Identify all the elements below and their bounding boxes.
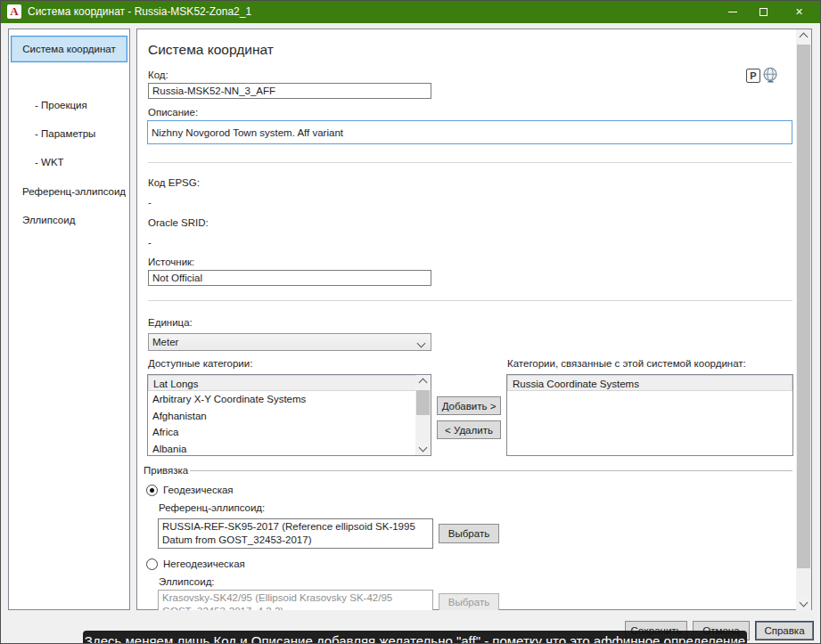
linked-categories-label: Категории, связанные с этой системой коо… (507, 358, 746, 369)
scroll-up-button[interactable] (415, 375, 431, 390)
scroll-up-button[interactable] (796, 29, 811, 45)
chevron-down-icon (419, 444, 428, 452)
non-geodetic-label[interactable]: Негеодезическая (163, 558, 245, 569)
minimize-icon (728, 12, 737, 12)
choose-ref-ellipsoid-button[interactable]: Выбрать (439, 524, 499, 543)
epsg-label: Код EPSG: (148, 177, 200, 188)
list-item[interactable]: Afghanistan (148, 408, 431, 424)
scroll-down-button[interactable] (415, 440, 431, 455)
close-button[interactable]: × (784, 1, 815, 23)
group-divider (190, 470, 792, 471)
ellipsoid-input: Krasovsky-SK42/95 (Ellipsoid Krasovsky S… (158, 590, 433, 610)
unit-label: Единица: (148, 317, 193, 328)
list-item[interactable]: Lat Longs (148, 375, 431, 391)
list-item[interactable]: Africa (148, 424, 431, 440)
remove-category-button[interactable]: < Удалить (437, 420, 501, 439)
linked-categories-list: Russia Coordinate Systems (506, 374, 793, 456)
sidebar-item-coordinate-system[interactable]: Система координат (11, 36, 127, 62)
oracle-srid-value: - (148, 237, 152, 248)
sidebar-item-wkt[interactable]: - WKT (35, 157, 64, 167)
projected-cs-icon[interactable]: P (746, 69, 760, 83)
separator (148, 162, 792, 163)
globe-icon[interactable] (762, 67, 779, 84)
description-input[interactable]: Nizhny Novgorod Town system. Aff variant (147, 120, 792, 144)
chevron-down-icon (417, 339, 426, 348)
oracle-srid-label: Oracle SRID: (148, 217, 209, 228)
unit-select[interactable]: Meter (148, 333, 431, 351)
sidebar-item-parameters[interactable]: - Параметры (35, 128, 95, 139)
source-input[interactable]: Not Official (148, 270, 431, 286)
choose-ellipsoid-button: Выбрать (439, 593, 499, 610)
chevron-up-icon (419, 379, 428, 387)
separator (148, 300, 792, 301)
add-category-button[interactable]: Добавить > (437, 396, 501, 415)
list-item[interactable]: Arbitrary X-Y Coordinate Systems (148, 391, 431, 407)
caption-overlay: Здесь меняем лишь Код и Описание добавля… (83, 631, 747, 644)
coordinate-system-dialog: A Система координат - Russia-MSK52-Zona2… (0, 0, 821, 644)
app-icon: A (7, 4, 21, 19)
chevron-down-icon (800, 599, 809, 607)
ref-ellipsoid-label: Референц-эллипсоид: (159, 502, 265, 513)
binding-group-label: Привязка (144, 465, 188, 476)
scroll-thumb[interactable] (416, 390, 430, 415)
epsg-value: - (148, 197, 152, 208)
geodetic-label[interactable]: Геодезическая (163, 485, 234, 495)
code-input[interactable]: Russia-MSK52-NN_3_AFF (148, 83, 431, 99)
ref-ellipsoid-input[interactable]: RUSSIA-REF-SK95-2017 (Reference ellipsoi… (158, 518, 433, 549)
help-button[interactable]: Справка (755, 621, 814, 640)
caption-text: Здесь меняем лишь Код и Описание добавля… (85, 633, 745, 644)
close-icon: × (795, 1, 802, 23)
unit-select-value: Meter (152, 337, 178, 347)
maximize-button[interactable] (748, 1, 779, 23)
list-item[interactable]: Russia Coordinate Systems (507, 375, 792, 391)
sidebar-item-reference-ellipsoid[interactable]: Референц-эллипсоид (22, 186, 126, 197)
maximize-icon (759, 8, 768, 16)
available-categories-label: Доступные категории: (148, 358, 252, 369)
available-categories-list: Lat Longs Arbitrary X-Y Coordinate Syste… (147, 374, 431, 456)
sidebar-item-projection[interactable]: - Проекция (35, 100, 87, 110)
code-label: Код: (148, 69, 168, 80)
main-scrollbar[interactable] (796, 29, 811, 610)
source-label: Источник: (148, 257, 194, 267)
list-scrollbar[interactable] (415, 375, 431, 455)
sidebar: Система координат - Проекция - Параметры… (8, 29, 130, 610)
non-geodetic-radio[interactable] (146, 558, 158, 570)
list-item[interactable]: Albania (148, 441, 431, 456)
ellipsoid-label: Эллипсоид: (159, 576, 215, 587)
window-title: Система координат - Russia-MSK52-Zona2_1 (28, 1, 251, 23)
scroll-down-button[interactable] (796, 595, 811, 610)
description-label: Описание: (148, 107, 198, 118)
sidebar-item-ellipsoid[interactable]: Эллипсоид (22, 215, 75, 225)
geodetic-radio[interactable] (146, 485, 158, 496)
page-title: Система координат (148, 42, 274, 58)
chevron-up-icon (800, 33, 809, 42)
minimize-button[interactable] (717, 1, 748, 23)
titlebar[interactable]: A Система координат - Russia-MSK52-Zona2… (1, 1, 820, 23)
scroll-thumb[interactable] (797, 45, 810, 568)
